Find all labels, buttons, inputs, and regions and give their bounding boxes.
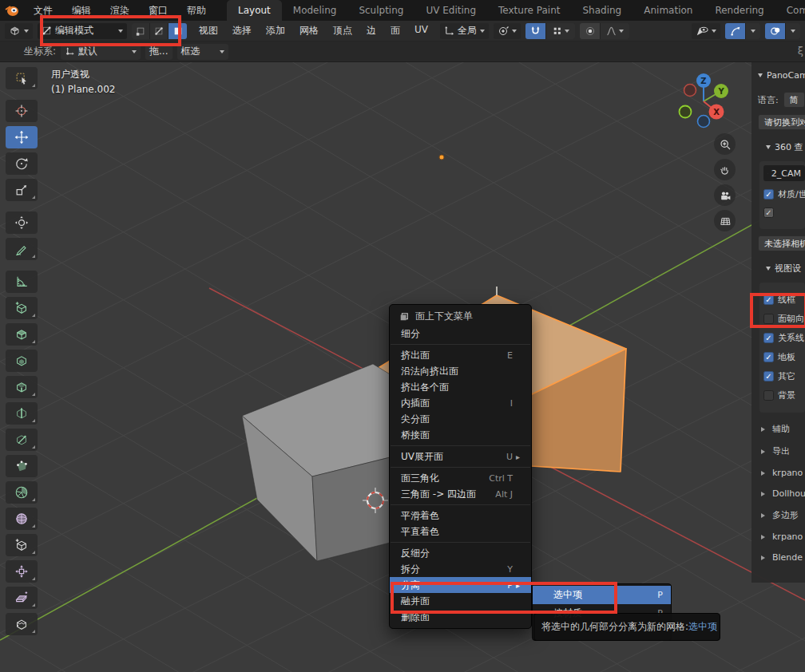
context-menu-item[interactable]: 桥接面 [390, 427, 531, 443]
context-menu-item[interactable]: 拆分 Y [390, 561, 531, 577]
gizmo-neg-x-ball[interactable] [684, 85, 696, 97]
show-overlays-toggle[interactable] [765, 23, 786, 39]
camera-object-field[interactable]: 2_CAM [763, 165, 805, 181]
view-setting-checkbox[interactable]: 线框 [763, 294, 805, 306]
workspace-tab[interactable]: Shading [571, 0, 632, 21]
viewport-menu-item[interactable]: UV [407, 24, 435, 38]
context-menu-item[interactable]: UV展开面 U ▸ [390, 449, 531, 464]
context-menu-item[interactable] [391, 445, 530, 446]
context-menu-item[interactable]: 平滑着色 [390, 508, 531, 524]
collapsed-section-header[interactable]: Dollhou [761, 488, 805, 499]
material-world-checkbox[interactable]: 材质/世界 [763, 188, 805, 200]
context-menu-item[interactable] [391, 467, 530, 468]
tool-select-box[interactable] [6, 67, 38, 89]
editor-type-button[interactable] [5, 23, 33, 39]
context-menu-item[interactable]: 内插面 I [390, 395, 531, 411]
transform-orientation-dropdown[interactable]: 全局 [440, 23, 489, 39]
view-setting-checkbox[interactable]: 关系线 [763, 332, 805, 344]
language-select-button[interactable]: 简 [783, 92, 805, 108]
panel-section-360[interactable]: 360 查 [766, 141, 805, 153]
vertex-select-mode-button[interactable] [132, 23, 150, 39]
collapsed-section-header[interactable]: krpano [761, 532, 805, 542]
tool-rotate[interactable] [6, 152, 38, 175]
proportional-edit-toggle[interactable] [580, 23, 601, 39]
pan-hand-button[interactable] [714, 159, 736, 180]
context-menu-item[interactable]: 删除面 [390, 609, 531, 625]
tool-knife[interactable] [6, 429, 38, 451]
collapsed-section-header[interactable]: 多边形 [761, 509, 805, 521]
orientation-preset-dropdown[interactable]: 默认 [61, 44, 141, 60]
context-menu-item[interactable]: 分离 P ▸ [390, 577, 531, 593]
view-setting-checkbox[interactable]: 其它 [763, 370, 805, 382]
context-menu-item[interactable]: 融并面 [390, 593, 531, 609]
orthographic-toggle-button[interactable] [714, 210, 736, 231]
tool-spin[interactable] [6, 481, 38, 504]
context-menu-item[interactable]: 反细分 [390, 545, 531, 561]
tool-measure[interactable] [6, 271, 38, 293]
zoom-button[interactable] [714, 133, 736, 155]
context-menu-item[interactable]: 挤出面 E [390, 347, 531, 363]
gizmo-neg-z-ball[interactable] [698, 116, 710, 128]
workspace-tab[interactable]: Animation [632, 0, 704, 21]
viewport-menu-item[interactable]: 顶点 [326, 24, 359, 38]
context-menu-item[interactable]: 尖分面 [390, 411, 531, 427]
context-menu-item[interactable]: 平直着色 [390, 524, 531, 540]
viewport-menu-item[interactable]: 选择 [225, 24, 259, 38]
gizmo-settings-dropdown[interactable] [746, 23, 760, 39]
tool-shear[interactable] [6, 587, 38, 609]
tool-poly-build[interactable] [6, 455, 38, 477]
collapsed-section-header[interactable]: 辅助 [761, 423, 805, 435]
context-menu-item[interactable] [391, 542, 530, 543]
submenu-item[interactable]: 选中项 P [533, 586, 671, 604]
viewport-menu-item[interactable]: 视图 [192, 24, 225, 38]
mode-dropdown[interactable]: 编辑模式 [38, 23, 127, 39]
drag-mode-button[interactable]: 拖... [145, 44, 172, 60]
viewport-menu-item[interactable]: 面 [383, 24, 407, 38]
tool-transform[interactable] [6, 211, 38, 234]
proportional-falloff-dropdown[interactable] [601, 23, 629, 39]
context-menu-item[interactable]: 细分 [390, 326, 531, 342]
face-select-mode-button[interactable] [169, 23, 187, 39]
topbar-menu-item[interactable]: 编辑 [62, 0, 101, 21]
tool-inset-faces[interactable] [6, 350, 38, 372]
panel-section-view-settings[interactable]: 视图设 [766, 263, 805, 275]
workspace-tab[interactable]: Layout [227, 0, 282, 21]
topbar-menu-item[interactable]: 渲染 [101, 0, 139, 21]
context-menu-item[interactable]: 三角面 -> 四边面 Alt J [390, 486, 531, 502]
show-gizmo-toggle[interactable] [725, 23, 746, 39]
tool-scale[interactable] [6, 179, 38, 201]
topbar-menu-item[interactable]: 文件 [24, 0, 62, 21]
edge-select-mode-button[interactable] [150, 23, 169, 39]
workspace-tab[interactable]: Modeling [282, 0, 348, 21]
collapsed-section-header[interactable]: 导出 [761, 445, 805, 457]
unnamed-checkbox[interactable] [763, 208, 805, 218]
workspace-tab[interactable]: Sculpting [347, 0, 414, 21]
overlays-settings-dropdown[interactable] [786, 23, 800, 39]
tool-cursor[interactable] [6, 100, 38, 122]
tool-loop-cut[interactable] [6, 402, 38, 425]
snap-toggle-button[interactable] [525, 23, 546, 39]
topbar-menu-item[interactable]: 窗口 [139, 0, 177, 21]
show-object-types-dropdown[interactable] [692, 23, 720, 39]
panel-header-panocam[interactable]: PanoCam [758, 70, 805, 81]
tool-extrude-region[interactable] [6, 323, 38, 346]
gizmo-neg-y-ball[interactable] [680, 106, 692, 118]
context-menu-item[interactable]: 沿法向挤出面 [390, 363, 531, 379]
context-menu-item[interactable] [391, 344, 530, 345]
view-setting-checkbox[interactable]: 面朝向 [763, 313, 805, 325]
topbar-menu-item[interactable]: 帮助 [177, 0, 216, 21]
context-menu-item[interactable]: 面三角化 Ctrl T [390, 470, 531, 486]
workspace-tab[interactable]: UV Editing [414, 0, 487, 21]
viewport-menu-item[interactable]: 网格 [292, 24, 326, 38]
pivot-point-dropdown[interactable] [494, 23, 521, 39]
workspace-tab[interactable]: Texture Paint [487, 0, 571, 21]
view-setting-checkbox[interactable]: 地板 [763, 351, 805, 363]
workspace-tab[interactable]: Rendering [704, 0, 775, 21]
navigation-gizmo[interactable]: Z Y X [673, 65, 745, 131]
viewport-menu-item[interactable]: 添加 [259, 24, 292, 38]
context-menu-item[interactable]: 挤出各个面 [390, 379, 531, 395]
tool-smooth[interactable] [6, 508, 38, 530]
select-box-mode-dropdown[interactable]: 框选 [177, 44, 228, 60]
camera-view-button[interactable] [714, 184, 736, 206]
tool-add-cube[interactable] [6, 297, 38, 319]
